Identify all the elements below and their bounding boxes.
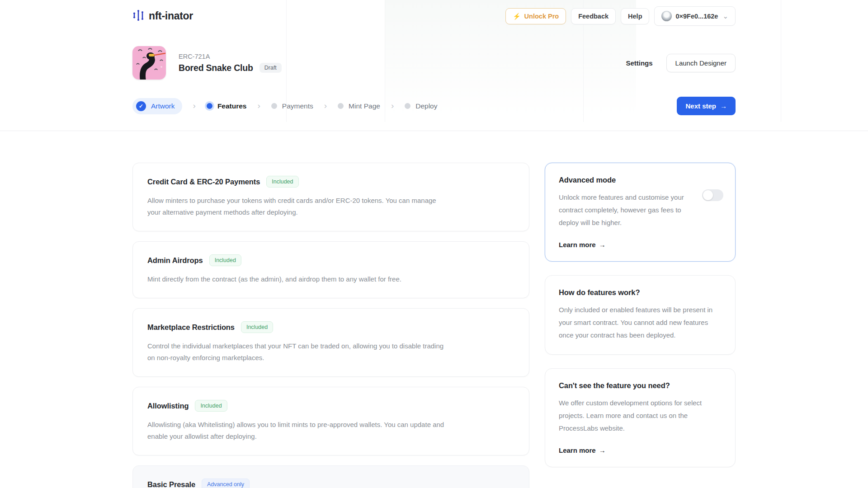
step-deploy[interactable]: Deploy [405, 102, 437, 110]
step-payments[interactable]: Payments [271, 102, 313, 110]
learn-more-label: Learn more [559, 446, 596, 454]
bolt-icon: ⚡ [513, 13, 520, 20]
included-badge: Included [241, 321, 273, 333]
project-thumbnail [132, 46, 166, 80]
wallet-avatar [661, 11, 672, 21]
project-name: Bored Snake Club [179, 63, 253, 73]
step-label: Mint Page [349, 102, 380, 110]
feature-title: Admin Airdrops [147, 256, 203, 265]
project-actions: Settings Launch Designer [626, 54, 736, 72]
step-dot [338, 103, 344, 109]
help-label: Help [628, 13, 642, 20]
unlock-pro-label: Unlock Pro [524, 13, 559, 20]
chevron-right-icon: › [258, 101, 260, 111]
top-section: nft-inator ⚡ Unlock Pro Feedback Help 0×… [0, 0, 868, 131]
feature-card-admin-airdrops: Admin Airdrops Included Mint directly fr… [132, 241, 529, 298]
advanced-only-badge: Advanced only [202, 479, 250, 488]
contract-standard: ERC-721A [179, 53, 282, 60]
feedback-label: Feedback [578, 13, 609, 20]
feature-title: Allowlisting [147, 402, 189, 410]
advanced-mode-toggle[interactable] [702, 189, 723, 201]
advanced-mode-description: Unlock more features and customise your … [559, 191, 699, 229]
settings-link[interactable]: Settings [626, 59, 652, 67]
logo-text: nft-inator [149, 10, 193, 22]
arrow-right-icon: → [599, 446, 606, 454]
step-label: Features [217, 102, 247, 110]
next-step-button[interactable]: Next step → [677, 97, 736, 115]
included-badge: Included [266, 176, 298, 188]
how-features-work-card: How do features work? Only included or e… [545, 275, 736, 355]
feature-title: Marketplace Restrictions [147, 323, 235, 332]
custom-development-title: Can't see the feature you need? [559, 381, 722, 390]
feature-title: Basic Presale [147, 480, 195, 488]
step-dot [207, 103, 212, 109]
custom-development-learn-more-link[interactable]: Learn more → [559, 446, 722, 454]
app-logo[interactable]: nft-inator [132, 9, 193, 24]
next-step-label: Next step [685, 102, 716, 110]
advanced-mode-card: Advanced mode Unlock more features and c… [545, 163, 736, 262]
arrow-right-icon: → [599, 241, 606, 249]
step-artwork[interactable]: ✓ Artwork [132, 98, 182, 114]
wallet-menu-button[interactable]: 0×9Fe0...162e ⌄ [654, 6, 736, 26]
chevron-right-icon: › [324, 101, 327, 111]
feature-description: Control the individual marketplaces that… [147, 340, 445, 364]
step-label: Payments [282, 102, 313, 110]
logo-icon [132, 9, 145, 24]
chevron-right-icon: › [193, 101, 196, 111]
feature-card-marketplace-restrictions: Marketplace Restrictions Included Contro… [132, 308, 529, 377]
feature-description: Allowlisting (aka Whitelisting) allows y… [147, 419, 445, 442]
project-info: ERC-721A Bored Snake Club Draft [179, 53, 282, 73]
feature-title: Credit Card & ERC-20 Payments [147, 178, 260, 186]
sidebar: Advanced mode Unlock more features and c… [545, 163, 736, 488]
included-badge: Included [209, 254, 241, 266]
feature-card-basic-presale: Basic Presale Advanced only Charge a dif… [132, 465, 529, 488]
chevron-down-icon: ⌄ [722, 12, 728, 20]
feature-card-credit-card-payments: Credit Card & ERC-20 Payments Included A… [132, 163, 529, 231]
header-actions: ⚡ Unlock Pro Feedback Help 0×9Fe0...162e… [505, 6, 736, 26]
step-features[interactable]: Features [207, 102, 247, 110]
step-dot [271, 103, 277, 109]
step-label: Artwork [151, 102, 175, 110]
stepper: ✓ Artwork › Features › Payments › Mint P… [132, 97, 736, 115]
step-mint-page[interactable]: Mint Page [338, 102, 380, 110]
how-features-work-description: Only included or enabled features will b… [559, 304, 716, 342]
how-features-work-title: How do features work? [559, 288, 722, 297]
main-content: Credit Card & ERC-20 Payments Included A… [132, 131, 736, 488]
feature-card-allowlisting: Allowlisting Included Allowlisting (aka … [132, 387, 529, 455]
arrow-right-icon: → [720, 102, 727, 110]
status-badge: Draft [259, 63, 282, 73]
advanced-mode-learn-more-link[interactable]: Learn more → [559, 241, 722, 249]
feature-description: Mint directly from the contract (as the … [147, 273, 445, 285]
included-badge: Included [195, 400, 227, 412]
unlock-pro-button[interactable]: ⚡ Unlock Pro [505, 8, 566, 24]
chevron-right-icon: › [391, 101, 394, 111]
advanced-mode-title: Advanced mode [559, 176, 722, 184]
features-list: Credit Card & ERC-20 Payments Included A… [132, 163, 529, 488]
check-icon: ✓ [136, 101, 146, 111]
help-button[interactable]: Help [621, 8, 649, 24]
feature-description: Allow minters to purchase your tokens wi… [147, 195, 445, 218]
project-header: ERC-721A Bored Snake Club Draft Settings… [132, 46, 736, 80]
feedback-button[interactable]: Feedback [571, 8, 616, 24]
step-label: Deploy [415, 102, 437, 110]
wallet-address: 0×9Fe0...162e [675, 13, 718, 20]
step-dot [405, 103, 410, 109]
app-header: nft-inator ⚡ Unlock Pro Feedback Help 0×… [132, 0, 736, 25]
learn-more-label: Learn more [559, 241, 596, 249]
launch-designer-button[interactable]: Launch Designer [666, 54, 736, 72]
custom-development-description: We offer custom development options for … [559, 397, 716, 435]
custom-development-card: Can't see the feature you need? We offer… [545, 368, 736, 467]
